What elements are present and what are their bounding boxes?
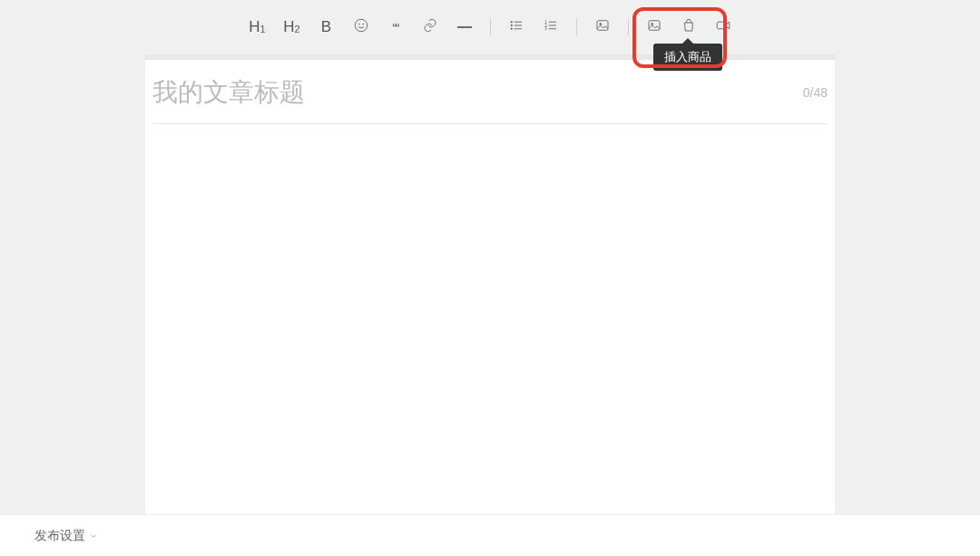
svg-rect-17 bbox=[649, 21, 660, 31]
emoji-icon bbox=[353, 17, 369, 37]
insert-product-button[interactable] bbox=[680, 16, 698, 38]
heading2-button[interactable]: H2 bbox=[283, 16, 301, 38]
image-icon bbox=[594, 17, 611, 37]
h1-label: H bbox=[249, 18, 260, 36]
toolbar-separator bbox=[628, 19, 629, 35]
footer-bar: 发布设置 bbox=[0, 514, 980, 556]
title-char-count: 0/48 bbox=[803, 85, 828, 100]
editor-toolbar: H1 H2 B ““ bbox=[0, 0, 980, 54]
publish-settings-button[interactable]: 发布设置 bbox=[34, 528, 98, 544]
svg-rect-15 bbox=[597, 21, 608, 31]
svg-point-18 bbox=[651, 24, 652, 25]
svg-point-2 bbox=[362, 24, 363, 24]
horizontal-rule-icon bbox=[457, 26, 472, 28]
svg-point-0 bbox=[355, 19, 368, 32]
divider-button[interactable] bbox=[456, 16, 474, 38]
svg-point-5 bbox=[511, 24, 513, 26]
image-button[interactable] bbox=[593, 16, 612, 38]
toolbar-separator bbox=[576, 19, 577, 35]
tooltip-text: 插入商品 bbox=[664, 50, 711, 63]
toolbar-separator bbox=[490, 19, 491, 35]
chevron-down-icon bbox=[89, 529, 98, 543]
toolbar-inner: H1 H2 B ““ bbox=[249, 16, 732, 38]
h2-sub: 2 bbox=[295, 24, 300, 34]
h2-label: H bbox=[283, 18, 294, 36]
heading1-button[interactable]: H1 bbox=[249, 16, 267, 38]
editor-top-shadow bbox=[145, 54, 835, 60]
emoji-button[interactable] bbox=[352, 16, 370, 38]
video-button[interactable] bbox=[714, 16, 732, 38]
quote-label: ““ bbox=[393, 20, 398, 35]
quote-button[interactable]: ““ bbox=[387, 16, 405, 38]
video-icon bbox=[715, 17, 731, 37]
svg-point-16 bbox=[599, 24, 601, 25]
bold-label: B bbox=[321, 18, 331, 36]
unordered-list-button[interactable] bbox=[507, 16, 525, 38]
h1-sub: 1 bbox=[260, 24, 266, 34]
ordered-list-button[interactable]: 123 bbox=[542, 16, 560, 38]
svg-point-7 bbox=[511, 28, 513, 30]
editor-surface: 0/48 bbox=[145, 60, 835, 514]
svg-text:3: 3 bbox=[544, 26, 547, 31]
link-button[interactable] bbox=[421, 16, 439, 38]
title-row: 0/48 bbox=[152, 78, 828, 124]
svg-point-1 bbox=[358, 24, 359, 24]
article-title-input[interactable] bbox=[152, 78, 792, 107]
gallery-icon bbox=[646, 17, 662, 37]
shopping-bag-icon bbox=[681, 17, 697, 37]
publish-settings-label: 发布设置 bbox=[34, 528, 85, 544]
gallery-button[interactable] bbox=[645, 16, 663, 38]
svg-point-3 bbox=[511, 22, 513, 24]
insert-product-tooltip: 插入商品 bbox=[653, 44, 722, 71]
svg-rect-19 bbox=[717, 22, 726, 29]
ordered-list-icon: 123 bbox=[543, 17, 559, 37]
bold-button[interactable]: B bbox=[318, 16, 336, 38]
unordered-list-icon bbox=[508, 17, 524, 37]
link-icon bbox=[422, 17, 438, 37]
